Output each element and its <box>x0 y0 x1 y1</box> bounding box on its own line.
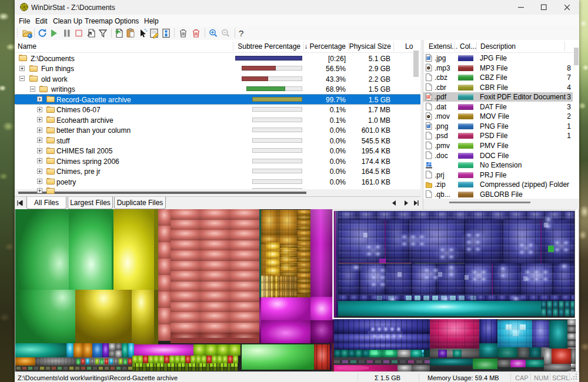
svg-text:PDF: PDF <box>427 96 432 99</box>
svg-text:?: ? <box>239 28 243 38</box>
